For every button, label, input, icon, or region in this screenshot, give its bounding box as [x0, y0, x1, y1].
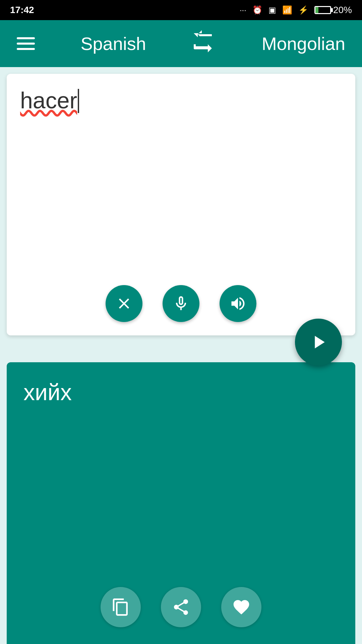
input-actions [7, 285, 355, 322]
output-actions [7, 587, 355, 627]
speaker-button[interactable] [220, 285, 256, 322]
source-language[interactable]: Spanish [81, 33, 146, 54]
output-text: хийх [23, 379, 339, 405]
more-icon: ··· [240, 5, 246, 15]
input-panel-wrapper: hacer [0, 67, 362, 342]
input-text-area[interactable]: hacer [20, 87, 342, 113]
bolt-icon: ⚡ [298, 5, 308, 15]
copy-button[interactable] [101, 587, 141, 627]
menu-button[interactable] [17, 37, 35, 50]
battery-percent: 20% [333, 5, 352, 15]
status-time: 17:42 [10, 5, 34, 15]
microphone-button[interactable] [163, 285, 199, 322]
output-panel: хийх [7, 362, 355, 644]
clear-button[interactable] [106, 285, 142, 322]
input-word: hacer [20, 88, 77, 113]
battery-fill [315, 7, 318, 13]
battery-bar [314, 6, 331, 14]
swap-languages-button[interactable] [192, 29, 216, 58]
alarm-icon: ⏰ [252, 5, 262, 15]
input-text: hacer [20, 88, 79, 113]
battery: 20% [314, 5, 352, 15]
share-button[interactable] [161, 587, 201, 627]
translate-button[interactable] [295, 319, 342, 366]
app-bar: Spanish Mongolian [0, 20, 362, 67]
main-content: hacer [0, 67, 362, 644]
input-panel: hacer [7, 74, 355, 335]
target-language[interactable]: Mongolian [262, 33, 345, 54]
status-icons: ··· ⏰ ▣ 📶 ⚡ 20% [240, 5, 352, 15]
signal-icon: 📶 [282, 5, 292, 15]
favorite-button[interactable] [221, 587, 261, 627]
status-bar: 17:42 ··· ⏰ ▣ 📶 ⚡ 20% [0, 0, 362, 20]
sim-icon: ▣ [268, 5, 276, 15]
text-cursor [78, 89, 79, 113]
